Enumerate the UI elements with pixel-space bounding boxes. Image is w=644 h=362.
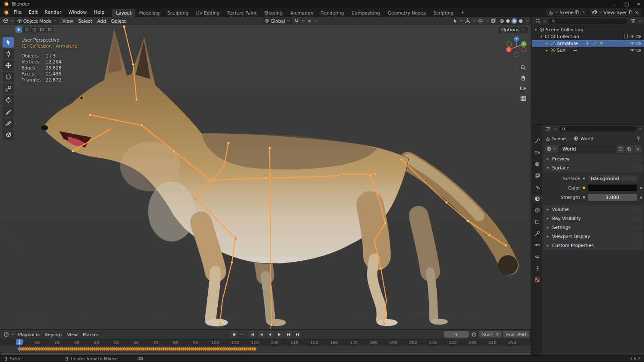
- nav-camera-view-icon[interactable]: [520, 85, 526, 91]
- expand-arrow[interactable]: ▾: [534, 27, 538, 32]
- frame-start-field[interactable]: Start 1: [479, 331, 501, 338]
- play-button[interactable]: [276, 331, 283, 338]
- tool-cursor-button[interactable]: [3, 48, 14, 59]
- editor-type-3d-viewport-icon[interactable]: [2, 18, 9, 24]
- properties-tab-texture[interactable]: [532, 276, 542, 284]
- viewport-menu-select[interactable]: Select: [76, 18, 94, 24]
- unlink-world-icon[interactable]: [634, 145, 641, 153]
- panel-header-volume[interactable]: ▸Volume::::: [543, 205, 643, 214]
- transform-orientation-dropdown[interactable]: Global: [262, 18, 292, 24]
- timeline-scrollbar[interactable]: [0, 352, 532, 355]
- shading-material-preview-icon[interactable]: [511, 18, 517, 24]
- color-swatch[interactable]: [588, 184, 637, 191]
- editor-type-outliner-icon[interactable]: [534, 18, 541, 24]
- panel-header-settings[interactable]: ▸Settings::::: [543, 223, 643, 232]
- properties-tab-scene[interactable]: [532, 183, 542, 191]
- xray-toggle-icon[interactable]: [490, 18, 497, 24]
- snap-options-chevron-icon[interactable]: [301, 19, 305, 23]
- workspace-tab-modeling[interactable]: Modeling: [135, 9, 164, 17]
- menu-edit[interactable]: Edit: [25, 9, 41, 16]
- nav-zoom-icon[interactable]: [520, 64, 526, 71]
- properties-search-input[interactable]: [559, 126, 636, 132]
- play-reverse-button[interactable]: [267, 331, 274, 338]
- panel-header-surface[interactable]: ▾Surface::::: [543, 163, 643, 172]
- workspace-tab-geometry-nodes[interactable]: Geometry Nodes: [384, 9, 430, 17]
- properties-tab-output[interactable]: [532, 160, 542, 168]
- timeline-track[interactable]: 1020304050607080901001101201301401501601…: [0, 339, 532, 352]
- workspace-tab-rendering[interactable]: Rendering: [317, 9, 348, 17]
- expand-arrow[interactable]: ▾: [539, 34, 544, 39]
- timeline-menu-marker[interactable]: Marker: [80, 332, 101, 338]
- pin-icon[interactable]: [636, 136, 641, 141]
- outliner-row-scene-collection[interactable]: ▾Scene Collection: [532, 26, 644, 33]
- blender-menu-icon[interactable]: [3, 9, 9, 15]
- next-keyframe-button[interactable]: [285, 331, 292, 338]
- workspace-tab-uv-editing[interactable]: UV Editing: [192, 9, 224, 17]
- panel-header-preview[interactable]: ▸Preview::::: [543, 154, 643, 163]
- gizmos-toggle-icon[interactable]: [464, 18, 471, 24]
- maximize-button[interactable]: □: [624, 1, 629, 7]
- overlays-toggle-icon[interactable]: [477, 18, 484, 24]
- properties-tab-render[interactable]: [532, 148, 542, 156]
- expand-arrow[interactable]: ▸: [545, 41, 549, 45]
- snap-magnet-icon[interactable]: [293, 18, 301, 24]
- close-button[interactable]: ×: [637, 1, 641, 7]
- browse-world-button[interactable]: [545, 145, 558, 153]
- new-world-copy-icon[interactable]: [626, 145, 633, 153]
- world-name-field[interactable]: World: [559, 145, 616, 153]
- shading-options-chevron-icon[interactable]: [526, 19, 529, 23]
- expand-arrow[interactable]: ▸: [545, 48, 549, 52]
- menu-file[interactable]: File: [10, 9, 25, 16]
- current-frame-field[interactable]: 1: [444, 331, 469, 338]
- tool-annotate-button[interactable]: [3, 106, 14, 117]
- fake-user-shield-icon[interactable]: [617, 145, 624, 153]
- preview-range-clock-icon[interactable]: [471, 332, 477, 337]
- breadcrumb-world[interactable]: World: [580, 136, 593, 141]
- mode-button-select-lasso-mode[interactable]: [39, 27, 46, 33]
- properties-tab-object[interactable]: [532, 218, 542, 226]
- selectability-visibility-icon[interactable]: [452, 18, 459, 24]
- properties-tab-tool[interactable]: [532, 137, 542, 145]
- mode-button-select-box-mode[interactable]: [23, 27, 30, 33]
- workspace-tab-animation[interactable]: Animation: [286, 9, 317, 17]
- nav-pan-icon[interactable]: [520, 75, 526, 81]
- camera-icon[interactable]: [636, 41, 641, 46]
- options-dropdown[interactable]: Options: [498, 27, 528, 33]
- workspace-tab-scripting[interactable]: Scripting: [430, 9, 458, 17]
- menu-render[interactable]: Render: [41, 9, 65, 16]
- remove-view-layer-icon[interactable]: [634, 10, 638, 15]
- prev-keyframe-button[interactable]: [258, 331, 265, 338]
- view-layer-selector[interactable]: ViewLayer: [590, 9, 641, 16]
- mode-dropdown[interactable]: Object Mode: [15, 18, 59, 24]
- sun-data-icon[interactable]: [573, 48, 577, 53]
- armature-data-icon[interactable]: [599, 41, 604, 46]
- collection-checkbox[interactable]: [545, 34, 549, 39]
- properties-tab-world[interactable]: [532, 195, 542, 202]
- outliner-search-input[interactable]: [549, 18, 628, 24]
- panel-header-viewport-display[interactable]: ▸Viewport Display::::: [543, 232, 643, 241]
- tool-move-button[interactable]: [3, 60, 14, 71]
- tool-transform-button[interactable]: [3, 95, 14, 106]
- eye-icon[interactable]: [630, 41, 635, 46]
- jump-start-button[interactable]: [249, 331, 256, 338]
- navigation-gizmo[interactable]: Z X Y: [505, 35, 528, 58]
- camera-icon[interactable]: [636, 34, 641, 39]
- frame-ruler[interactable]: 1020304050607080901001101201301401501601…: [0, 339, 532, 346]
- menu-window[interactable]: Window: [65, 9, 90, 16]
- viewport-menu-add[interactable]: Add: [94, 18, 108, 24]
- menu-help[interactable]: Help: [90, 9, 108, 16]
- workspace-tab-compositing[interactable]: Compositing: [348, 9, 384, 17]
- add-workspace-button[interactable]: +: [457, 8, 467, 16]
- timeline-menu-keying[interactable]: Keying▾: [43, 332, 64, 338]
- shading-solid-icon[interactable]: [505, 18, 510, 24]
- properties-tab-collection[interactable]: [532, 206, 542, 214]
- tool-measure-button[interactable]: [3, 118, 14, 129]
- unlink-scene-icon[interactable]: [581, 10, 585, 15]
- properties-tab-physics[interactable]: [532, 241, 542, 249]
- tool-add-cube-button[interactable]: [3, 130, 14, 140]
- checkbox-icon[interactable]: [623, 34, 629, 39]
- camera-icon[interactable]: [636, 48, 641, 53]
- strength-slider[interactable]: 1.000: [588, 194, 637, 201]
- keyframe-track[interactable]: [0, 346, 532, 352]
- outliner-row-sun[interactable]: ▸Sun: [532, 47, 644, 54]
